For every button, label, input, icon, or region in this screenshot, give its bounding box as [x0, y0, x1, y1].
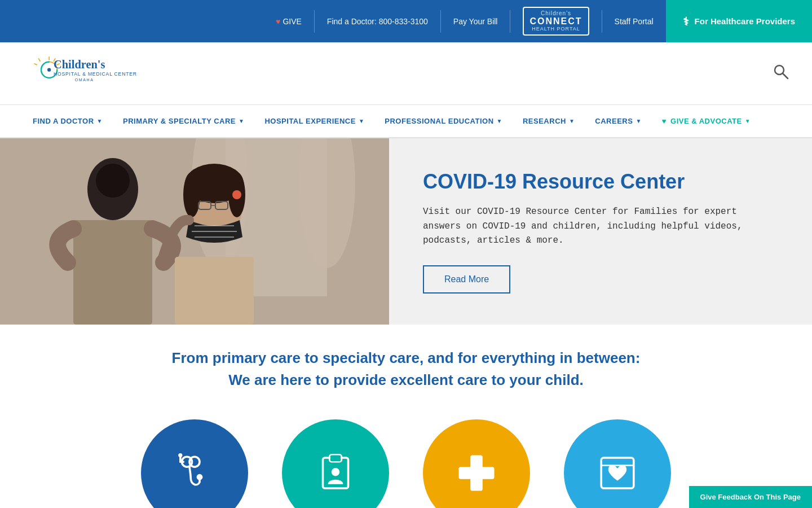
appointment-icon: [310, 448, 361, 498]
svg-point-6: [47, 68, 51, 72]
hero-description: Visit our COVID-19 Resource Center for F…: [423, 205, 778, 248]
appointment-circle: [282, 419, 389, 508]
svg-rect-18: [73, 220, 152, 325]
logo-area: Children's HOSPITAL & MEDICAL CENTER OMA…: [23, 48, 147, 99]
chevron-down-icon: ▼: [636, 118, 641, 124]
nav-professional-education[interactable]: PROFESSIONAL EDUCATION ▼: [374, 105, 513, 137]
tagline-text: From primary care to specialty care, and…: [11, 347, 801, 391]
svg-point-33: [197, 474, 203, 480]
svg-point-21: [183, 172, 200, 217]
read-more-button[interactable]: Read More: [423, 265, 510, 294]
nav-give-advocate[interactable]: ♥ GIVE & ADVOCATE ▼: [652, 105, 761, 137]
nav-primary-specialty[interactable]: PRIMARY & SPECIALTY CARE ▼: [113, 105, 254, 137]
svg-text:HOSPITAL & MEDICAL CENTER: HOSPITAL & MEDICAL CENTER: [54, 71, 137, 77]
staff-portal-link[interactable]: Staff Portal: [602, 0, 666, 42]
heart-icon: ♥: [276, 17, 280, 26]
logo: Children's HOSPITAL & MEDICAL CENTER OMA…: [23, 48, 147, 99]
svg-line-4: [38, 58, 40, 62]
portal-icon: [592, 448, 643, 498]
nav-research[interactable]: RESEARCH ▼: [513, 105, 585, 137]
heart-icon: ♥: [662, 117, 667, 125]
header: Children's HOSPITAL & MEDICAL CENTER OMA…: [0, 42, 812, 104]
svg-text:Children's: Children's: [54, 58, 105, 71]
svg-line-11: [783, 73, 788, 78]
tagline-section: From primary care to specialty care, and…: [0, 325, 812, 402]
chevron-down-icon: ▼: [359, 118, 364, 124]
svg-point-17: [96, 164, 130, 198]
icon-appointment[interactable]: [282, 419, 389, 508]
hero-image: [0, 138, 389, 325]
navigation: FIND A DOCTOR ▼ PRIMARY & SPECIALTY CARE…: [0, 104, 812, 138]
chevron-down-icon: ▼: [239, 118, 244, 124]
svg-rect-39: [330, 456, 341, 462]
hero-photo: [0, 138, 389, 325]
hero-section: COVID-19 Resource Center Visit our COVID…: [0, 138, 812, 325]
svg-point-40: [332, 468, 339, 476]
svg-line-5: [34, 64, 37, 65]
stethoscope-icon: [169, 448, 220, 498]
icon-find-doctor[interactable]: [141, 419, 248, 508]
feedback-button[interactable]: Give Feedback On This Page: [689, 486, 812, 508]
nav-find-doctor[interactable]: FIND A DOCTOR ▼: [23, 105, 113, 137]
chevron-down-icon: ▼: [97, 118, 103, 124]
cross-icon: [451, 448, 502, 498]
find-doctor-circle: [141, 419, 248, 508]
svg-point-36: [178, 453, 182, 457]
nav-hospital-experience[interactable]: HOSPITAL EXPERIENCE ▼: [254, 105, 374, 137]
top-bar: ♥ GIVE Find a Doctor: 800-833-3100 Pay Y…: [0, 0, 812, 42]
icon-emergency[interactable]: [423, 419, 530, 508]
portal-circle: [564, 419, 671, 508]
chevron-down-icon: ▼: [745, 118, 751, 124]
svg-rect-29: [175, 257, 254, 325]
pay-bill-link[interactable]: Pay Your Bill: [441, 0, 510, 42]
svg-text:OMAHA: OMAHA: [75, 78, 94, 82]
stethoscope-icon: ⚕: [683, 15, 689, 28]
icon-portal[interactable]: [564, 419, 671, 508]
emergency-circle: [423, 419, 530, 508]
svg-rect-42: [459, 467, 495, 479]
connect-link[interactable]: Children's CONNECT HEALTH PORTAL: [510, 0, 601, 42]
search-icon: [773, 63, 789, 80]
for-providers-button[interactable]: ⚕ For Healthcare Providers: [666, 0, 812, 42]
find-doctor-link[interactable]: Find a Doctor: 800-833-3100: [315, 0, 440, 42]
svg-point-30: [232, 190, 241, 199]
chevron-down-icon: ▼: [569, 118, 575, 124]
chevron-down-icon: ▼: [497, 118, 502, 124]
connect-box: Children's CONNECT HEALTH PORTAL: [523, 7, 589, 35]
hero-content: COVID-19 Resource Center Visit our COVID…: [389, 138, 812, 325]
give-link[interactable]: ♥ GIVE: [263, 0, 314, 42]
search-button[interactable]: [773, 63, 789, 84]
hero-title: COVID-19 Resource Center: [423, 169, 778, 194]
nav-careers[interactable]: CAREERS ▼: [585, 105, 651, 137]
